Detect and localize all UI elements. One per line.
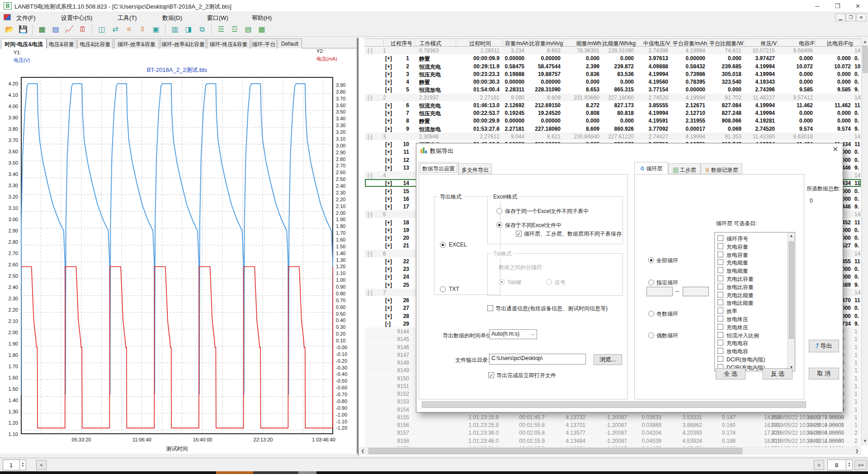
item-checkbox[interactable] — [717, 332, 723, 338]
table-row-1[interactable]: [+]1静置00:00:09.90.000000.000000.0000.000… — [365, 54, 861, 62]
table-row-2[interactable]: [+]2恒流充电00:29:11.90.5847558.475442.39923… — [365, 62, 861, 70]
cascade-icon[interactable]: ⧉ — [196, 24, 208, 35]
list-scrollbar[interactable]: ▲ ▼ — [788, 232, 795, 371]
item-checkbox[interactable] — [717, 235, 723, 241]
dialog-tab-step-layer[interactable]: ▦ 工步层 — [668, 163, 701, 174]
radio-txt[interactable] — [440, 286, 446, 292]
page-last-button[interactable]: >> — [854, 460, 867, 470]
menu-item-2[interactable]: 工具(T) — [115, 14, 140, 22]
checkbox-channel-info[interactable] — [487, 305, 493, 311]
chart-tab-6[interactable]: 循环-平台 — [251, 38, 277, 48]
item-checkbox[interactable] — [717, 243, 723, 249]
list-view-3-icon[interactable]: ▤ — [242, 24, 254, 35]
open-file-icon[interactable]: 📂 — [4, 24, 15, 35]
dialog-bottom-scrollbar[interactable] — [422, 401, 806, 408]
item-checkbox[interactable] — [717, 356, 723, 362]
checkbox-open-after-export[interactable]: ✓ — [488, 372, 494, 378]
page-prev-button[interactable]: < — [36, 460, 47, 470]
hscrollbar-thumb[interactable] — [368, 448, 742, 454]
export-excel-icon[interactable]: ▦ — [36, 24, 48, 35]
browse-button[interactable]: 浏览... — [594, 354, 622, 365]
chart-tab-4[interactable]: 循环-效率&比容量 — [160, 38, 206, 48]
table-row-9157[interactable]: 91571.01:23:36.000:02:05.84.13577-1.2008… — [365, 429, 861, 436]
table-vertical-scrollbar[interactable]: ▲ ▼ — [861, 38, 868, 446]
item-checkbox[interactable] — [717, 267, 723, 273]
table-row-9[interactable]: [+]9恒流放电01:53:27.62.27181227.180608.6098… — [365, 125, 861, 133]
spinner-arrows-icon[interactable]: ▲▼ — [846, 460, 852, 470]
cancel-button[interactable]: 取 消 — [809, 368, 839, 379]
item-checkbox[interactable] — [717, 284, 723, 289]
menu-item-0[interactable]: 文件(F) — [14, 14, 38, 22]
time-unit-dropdown[interactable]: Auto(h:m:s) ⌄ — [489, 329, 537, 339]
menu-item-3[interactable]: 数据(D) — [160, 14, 185, 22]
mdi-close-button[interactable]: ✕ — [856, 14, 866, 21]
chart-tab-3[interactable]: 循环-效率&容量 — [114, 38, 159, 48]
table-row-2[interactable]: [-]22.319372.271819.0808.609231.93660227… — [365, 94, 861, 101]
chart-tab-1[interactable]: 电压&容量 — [47, 38, 76, 48]
chart-tab-7[interactable]: Default — [278, 38, 302, 48]
mdi-minimize-button[interactable]: ▁ — [835, 14, 845, 21]
merge-view-icon[interactable]: ⇄ — [109, 24, 121, 35]
dialog-tab-cycle-layer[interactable]: ♽ 循环层 — [634, 162, 668, 174]
dialog-tab-record-layer[interactable]: ≣ 数据记录层 — [701, 163, 742, 174]
expand-view-icon[interactable]: ⇳ — [137, 24, 148, 35]
scroll-left-icon[interactable]: ❮ — [359, 448, 366, 455]
tile-vertical-icon[interactable]: ▥ — [169, 24, 181, 35]
scrollbar-thumb[interactable] — [863, 46, 868, 73]
radio-all-cycles[interactable] — [648, 257, 654, 263]
scroll-up-icon[interactable]: ▲ — [862, 38, 868, 45]
invert-selection-button[interactable]: 反 选 — [763, 368, 793, 379]
schedule-info-icon[interactable]: 🗓 — [77, 24, 89, 35]
tile-right-icon[interactable]: ◨ — [183, 24, 194, 35]
table-row-6[interactable]: [+]6恒流充电01:46:13.02.12692212.691508.2728… — [365, 101, 861, 109]
menu-item-4[interactable]: 窗口(W) — [204, 14, 231, 22]
item-checkbox[interactable] — [717, 292, 723, 298]
item-checkbox[interactable] — [717, 308, 723, 313]
table-row-8[interactable]: [+]8静置00:00:29.90.000000.000000.0000.000… — [365, 117, 861, 124]
report-icon[interactable]: ▤ — [50, 24, 61, 35]
maximize-button[interactable]: ❐ — [827, 0, 848, 12]
page-spinner-left[interactable]: 1 ▲▼ — [3, 460, 26, 470]
close-button[interactable]: ✕ — [848, 0, 868, 12]
scroll-right-icon[interactable]: ❯ — [854, 448, 860, 455]
scroll-down-icon[interactable]: ▼ — [862, 438, 868, 445]
radio-specified-cycles[interactable] — [648, 280, 654, 285]
table-row-7[interactable]: [+]7恒压充电00:22:53.70.1924519.245200.80880… — [365, 109, 861, 117]
list-view-2-icon[interactable]: ☲ — [229, 24, 241, 35]
cycle-items-listbox[interactable]: 循环序号充电容量放电容量充电能量放电能量充电比容量放电比容量充电比能量放电比能量… — [714, 232, 795, 371]
chart-edit-icon[interactable]: 📈 — [63, 24, 75, 35]
list-scrollbar-thumb[interactable] — [789, 242, 794, 339]
menu-item-5[interactable]: 帮助(H) — [249, 14, 274, 22]
cycle-range-to-input[interactable] — [683, 287, 709, 296]
page-spinner-right[interactable]: 8 ▲▼ — [827, 460, 853, 470]
minimize-button[interactable]: ─ — [807, 0, 827, 12]
radio-excel[interactable] — [440, 242, 446, 248]
mdi-child-icon[interactable] — [4, 14, 11, 20]
radio-same-excel-file[interactable] — [496, 208, 502, 214]
page-next-button[interactable]: > — [814, 460, 824, 470]
table-row-1[interactable]: [-]10.783632.283113.2348.65378.36301228.… — [365, 47, 861, 54]
export-button[interactable]: ⤴ 导出 — [809, 340, 839, 352]
maximize-view-icon[interactable]: ▣ — [150, 24, 162, 35]
radio-even-cycles[interactable] — [648, 332, 654, 338]
table-row-5[interactable]: [+]5恒流放电01:54:00.42.28311228.310908.6538… — [365, 85, 861, 93]
spinner-arrows-icon[interactable]: ▲▼ — [19, 460, 26, 470]
chart-tab-0[interactable]: 时间-电压&电流 — [1, 38, 47, 49]
item-checkbox[interactable] — [717, 324, 723, 330]
cycle-range-from-input[interactable] — [646, 287, 673, 296]
list-view-1-icon[interactable]: ☰ — [215, 24, 227, 35]
item-checkbox[interactable] — [717, 251, 723, 257]
chart-tab-2[interactable]: 电压&比容量 — [77, 38, 113, 48]
menu-item-1[interactable]: 设置中心(S) — [58, 14, 95, 22]
dialog-tab-export-settings[interactable]: 数据导出设置 — [419, 162, 458, 174]
item-checkbox[interactable] — [717, 340, 723, 346]
dialog-tab-multifile[interactable]: 多文件导出 — [458, 163, 492, 174]
table-row-9156[interactable]: 91561.01:23:25.900:01:55.84.13701-1.2008… — [365, 421, 861, 429]
item-checkbox[interactable] — [717, 259, 723, 265]
dialog-close-icon[interactable]: ✕ — [832, 145, 838, 153]
mdi-restore-button[interactable]: ❐ — [846, 14, 856, 21]
save-file-icon[interactable]: 💾 — [17, 24, 29, 35]
table-row-3[interactable]: [-]32.308482.276129.0448.621230.84840227… — [365, 133, 861, 140]
item-checkbox[interactable] — [717, 299, 723, 305]
list-view-4-icon[interactable]: ▦ — [256, 24, 268, 35]
